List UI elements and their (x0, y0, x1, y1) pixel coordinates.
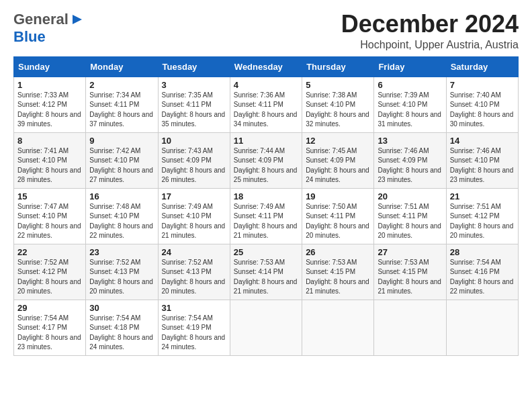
calendar-day-cell: 25Sunrise: 7:53 AMSunset: 4:14 PMDayligh… (230, 244, 302, 300)
calendar-body: 1Sunrise: 7:33 AMSunset: 4:12 PMDaylight… (14, 77, 519, 355)
weekday-header-cell: Friday (374, 56, 446, 77)
day-number: 3 (162, 80, 226, 90)
calendar-day-cell: 5Sunrise: 7:38 AMSunset: 4:10 PMDaylight… (302, 77, 374, 132)
day-info: Sunrise: 7:45 AMSunset: 4:09 PMDaylight:… (306, 146, 370, 185)
calendar-day-cell: 1Sunrise: 7:33 AMSunset: 4:12 PMDaylight… (14, 77, 86, 132)
day-info: Sunrise: 7:52 AMSunset: 4:13 PMDaylight:… (89, 258, 154, 297)
month-title: December 2024 (341, 11, 519, 38)
calendar-day-cell: 22Sunrise: 7:52 AMSunset: 4:12 PMDayligh… (14, 244, 86, 300)
day-info: Sunrise: 7:47 AMSunset: 4:10 PMDaylight:… (17, 202, 82, 241)
day-number: 28 (450, 247, 515, 257)
day-number: 22 (17, 247, 82, 257)
day-number: 4 (234, 80, 298, 90)
day-number: 27 (378, 247, 442, 257)
logo-blue-text: Blue (13, 28, 46, 46)
day-info: Sunrise: 7:54 AMSunset: 4:16 PMDaylight:… (450, 258, 515, 297)
day-info: Sunrise: 7:54 AMSunset: 4:17 PMDaylight:… (17, 314, 82, 353)
day-number: 17 (162, 191, 226, 201)
weekday-header-cell: Thursday (302, 56, 374, 77)
calendar-day-cell: 12Sunrise: 7:45 AMSunset: 4:09 PMDayligh… (302, 132, 374, 188)
day-info: Sunrise: 7:36 AMSunset: 4:11 PMDaylight:… (234, 91, 298, 130)
calendar-day-cell: 14Sunrise: 7:46 AMSunset: 4:10 PMDayligh… (446, 132, 518, 188)
day-number: 6 (378, 80, 442, 90)
calendar-day-cell: 18Sunrise: 7:49 AMSunset: 4:11 PMDayligh… (230, 188, 302, 244)
day-info: Sunrise: 7:51 AMSunset: 4:11 PMDaylight:… (378, 202, 442, 241)
day-number: 25 (234, 247, 298, 257)
weekday-header-cell: Tuesday (158, 56, 230, 77)
day-info: Sunrise: 7:43 AMSunset: 4:09 PMDaylight:… (162, 146, 226, 185)
calendar-week-row: 15Sunrise: 7:47 AMSunset: 4:10 PMDayligh… (14, 188, 519, 244)
day-info: Sunrise: 7:40 AMSunset: 4:10 PMDaylight:… (450, 91, 515, 130)
day-number: 21 (450, 191, 515, 201)
day-number: 1 (17, 80, 82, 90)
day-number: 18 (234, 191, 298, 201)
calendar-day-cell: 15Sunrise: 7:47 AMSunset: 4:10 PMDayligh… (14, 188, 86, 244)
calendar-day-cell: 8Sunrise: 7:41 AMSunset: 4:10 PMDaylight… (14, 132, 86, 188)
calendar-week-row: 8Sunrise: 7:41 AMSunset: 4:10 PMDaylight… (14, 132, 519, 188)
day-info: Sunrise: 7:41 AMSunset: 4:10 PMDaylight:… (17, 146, 82, 185)
calendar-day-cell: 7Sunrise: 7:40 AMSunset: 4:10 PMDaylight… (446, 77, 518, 132)
calendar-day-cell: 30Sunrise: 7:54 AMSunset: 4:18 PMDayligh… (86, 300, 158, 355)
day-info: Sunrise: 7:49 AMSunset: 4:10 PMDaylight:… (162, 202, 226, 241)
calendar-day-cell: 24Sunrise: 7:52 AMSunset: 4:13 PMDayligh… (158, 244, 230, 300)
calendar-day-cell: 23Sunrise: 7:52 AMSunset: 4:13 PMDayligh… (86, 244, 158, 300)
day-info: Sunrise: 7:54 AMSunset: 4:18 PMDaylight:… (89, 314, 154, 353)
day-number: 10 (162, 136, 226, 146)
day-number: 20 (378, 191, 442, 201)
day-info: Sunrise: 7:51 AMSunset: 4:12 PMDaylight:… (450, 202, 515, 241)
day-number: 2 (89, 80, 154, 90)
day-info: Sunrise: 7:52 AMSunset: 4:13 PMDaylight:… (162, 258, 226, 297)
calendar-day-cell (230, 300, 302, 355)
calendar-day-cell (374, 300, 446, 355)
day-info: Sunrise: 7:46 AMSunset: 4:10 PMDaylight:… (450, 146, 515, 185)
calendar-day-cell: 26Sunrise: 7:53 AMSunset: 4:15 PMDayligh… (302, 244, 374, 300)
calendar-day-cell: 6Sunrise: 7:39 AMSunset: 4:10 PMDaylight… (374, 77, 446, 132)
day-info: Sunrise: 7:48 AMSunset: 4:10 PMDaylight:… (89, 202, 154, 241)
day-number: 24 (162, 247, 226, 257)
calendar-day-cell: 3Sunrise: 7:35 AMSunset: 4:11 PMDaylight… (158, 77, 230, 132)
day-info: Sunrise: 7:52 AMSunset: 4:12 PMDaylight:… (17, 258, 82, 297)
weekday-header-cell: Sunday (14, 56, 86, 77)
day-number: 19 (306, 191, 370, 201)
day-number: 29 (17, 303, 82, 313)
logo-general-text: General (13, 11, 69, 28)
day-info: Sunrise: 7:38 AMSunset: 4:10 PMDaylight:… (306, 91, 370, 130)
day-number: 30 (89, 303, 154, 313)
calendar-day-cell: 9Sunrise: 7:42 AMSunset: 4:10 PMDaylight… (86, 132, 158, 188)
calendar-day-cell (446, 300, 518, 355)
calendar-day-cell: 2Sunrise: 7:34 AMSunset: 4:11 PMDaylight… (86, 77, 158, 132)
day-number: 12 (306, 136, 370, 146)
calendar-day-cell: 27Sunrise: 7:53 AMSunset: 4:15 PMDayligh… (374, 244, 446, 300)
day-info: Sunrise: 7:35 AMSunset: 4:11 PMDaylight:… (162, 91, 226, 130)
day-number: 26 (306, 247, 370, 257)
calendar-day-cell: 4Sunrise: 7:36 AMSunset: 4:11 PMDaylight… (230, 77, 302, 132)
weekday-header-row: SundayMondayTuesdayWednesdayThursdayFrid… (14, 56, 519, 77)
day-number: 31 (162, 303, 226, 313)
day-info: Sunrise: 7:39 AMSunset: 4:10 PMDaylight:… (378, 91, 442, 130)
weekday-header-cell: Monday (86, 56, 158, 77)
calendar-day-cell: 19Sunrise: 7:50 AMSunset: 4:11 PMDayligh… (302, 188, 374, 244)
day-info: Sunrise: 7:42 AMSunset: 4:10 PMDaylight:… (89, 146, 154, 185)
calendar-day-cell: 21Sunrise: 7:51 AMSunset: 4:12 PMDayligh… (446, 188, 518, 244)
logo-arrow-icon (70, 12, 85, 27)
calendar-day-cell: 28Sunrise: 7:54 AMSunset: 4:16 PMDayligh… (446, 244, 518, 300)
weekday-header-cell: Wednesday (230, 56, 302, 77)
day-info: Sunrise: 7:53 AMSunset: 4:14 PMDaylight:… (234, 258, 298, 297)
day-info: Sunrise: 7:34 AMSunset: 4:11 PMDaylight:… (89, 91, 154, 130)
day-number: 8 (17, 136, 82, 146)
day-info: Sunrise: 7:46 AMSunset: 4:09 PMDaylight:… (378, 146, 442, 185)
calendar-week-row: 29Sunrise: 7:54 AMSunset: 4:17 PMDayligh… (14, 300, 519, 355)
calendar-week-row: 1Sunrise: 7:33 AMSunset: 4:12 PMDaylight… (14, 77, 519, 132)
calendar-day-cell: 16Sunrise: 7:48 AMSunset: 4:10 PMDayligh… (86, 188, 158, 244)
day-info: Sunrise: 7:49 AMSunset: 4:11 PMDaylight:… (234, 202, 298, 241)
calendar-day-cell: 29Sunrise: 7:54 AMSunset: 4:17 PMDayligh… (14, 300, 86, 355)
day-number: 13 (378, 136, 442, 146)
calendar-day-cell: 17Sunrise: 7:49 AMSunset: 4:10 PMDayligh… (158, 188, 230, 244)
title-area: December 2024 Hochpoint, Upper Austria, … (341, 11, 519, 51)
day-info: Sunrise: 7:44 AMSunset: 4:09 PMDaylight:… (234, 146, 298, 185)
calendar: SundayMondayTuesdayWednesdayThursdayFrid… (13, 56, 519, 356)
day-info: Sunrise: 7:53 AMSunset: 4:15 PMDaylight:… (378, 258, 442, 297)
calendar-day-cell: 13Sunrise: 7:46 AMSunset: 4:09 PMDayligh… (374, 132, 446, 188)
day-info: Sunrise: 7:54 AMSunset: 4:19 PMDaylight:… (162, 314, 226, 353)
day-info: Sunrise: 7:53 AMSunset: 4:15 PMDaylight:… (306, 258, 370, 297)
